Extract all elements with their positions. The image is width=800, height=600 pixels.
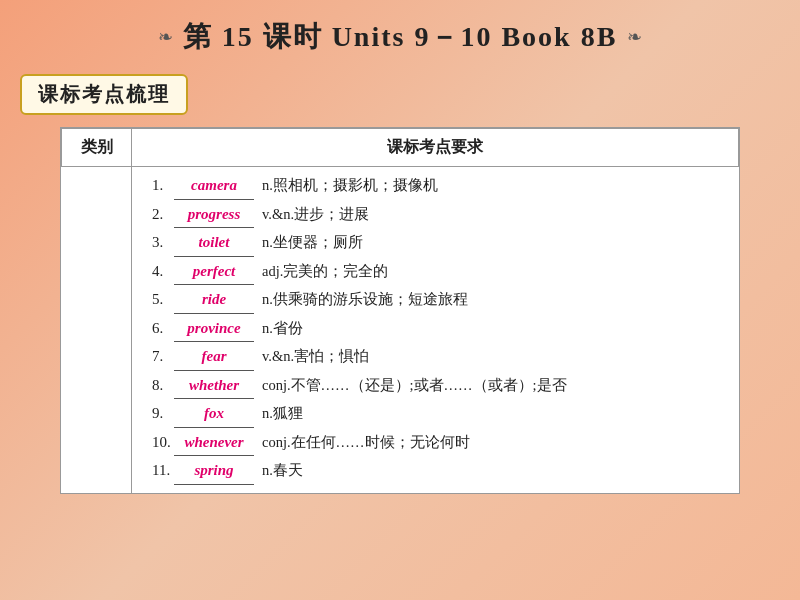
decoration-right: ❧ (627, 26, 642, 48)
table-row: 10.wheneverconj.在任何……时候；无论何时 (152, 430, 729, 457)
section-label: 课标考点梳理 (20, 74, 188, 115)
table-row: 9.foxn.狐狸 (152, 401, 729, 428)
word-definition: conj.在任何……时候；无论何时 (262, 430, 470, 455)
row-number: 7. (152, 344, 174, 370)
col-content-cell-1: 1.cameran.照相机；摄影机；摄像机2.progressv.&n.进步；进… (132, 167, 739, 493)
main-table-container: 类别 课标考点要求 1.cameran.照相机；摄影机；摄像机2.progres… (60, 127, 740, 494)
vocabulary-word: province (174, 316, 254, 343)
col-type-cell (62, 167, 132, 493)
table-row: 11.springn.春天 (152, 458, 729, 485)
col-header-type: 类别 (62, 129, 132, 167)
table-row: 1.cameran.照相机；摄影机；摄像机 (152, 173, 729, 200)
word-definition: adj.完美的；完全的 (262, 259, 388, 284)
row-number: 4. (152, 259, 174, 285)
page-title: 第 15 课时 Units 9－10 Book 8B (183, 18, 618, 56)
word-definition: v.&n.害怕；惧怕 (262, 344, 369, 369)
word-definition: n.坐便器；厕所 (262, 230, 363, 255)
vocabulary-word: ride (174, 287, 254, 314)
vocabulary-word: perfect (174, 259, 254, 286)
word-definition: n.省份 (262, 316, 303, 341)
section-label-wrap: 课标考点梳理 (0, 66, 800, 127)
row-number: 10. (152, 430, 174, 456)
vocabulary-word: fox (174, 401, 254, 428)
word-definition: n.供乘骑的游乐设施；短途旅程 (262, 287, 468, 312)
table-row: 6.provincen.省份 (152, 316, 729, 343)
row-number: 8. (152, 373, 174, 399)
table-row: 3.toiletn.坐便器；厕所 (152, 230, 729, 257)
row-number: 5. (152, 287, 174, 313)
vocabulary-word: toilet (174, 230, 254, 257)
word-definition: n.照相机；摄影机；摄像机 (262, 173, 438, 198)
vocabulary-word: progress (174, 202, 254, 229)
table-row: 8.whetherconj.不管……（还是）;或者……（或者）;是否 (152, 373, 729, 400)
vocabulary-table: 类别 课标考点要求 1.cameran.照相机；摄影机；摄像机2.progres… (61, 128, 739, 493)
row-number: 3. (152, 230, 174, 256)
table-row: 5.riden.供乘骑的游乐设施；短途旅程 (152, 287, 729, 314)
word-definition: n.春天 (262, 458, 303, 483)
row-number: 9. (152, 401, 174, 427)
decoration-left: ❧ (158, 26, 173, 48)
table-row: 2.progressv.&n.进步；进展 (152, 202, 729, 229)
vocabulary-word: camera (174, 173, 254, 200)
vocabulary-word: fear (174, 344, 254, 371)
page-header: ❧ 第 15 课时 Units 9－10 Book 8B ❧ (0, 0, 800, 66)
col-header-content: 课标考点要求 (132, 129, 739, 167)
table-row: 7.fearv.&n.害怕；惧怕 (152, 344, 729, 371)
row-number: 1. (152, 173, 174, 199)
row-number: 11. (152, 458, 174, 484)
vocabulary-word: whenever (174, 430, 254, 457)
vocabulary-word: spring (174, 458, 254, 485)
word-definition: n.狐狸 (262, 401, 303, 426)
row-number: 6. (152, 316, 174, 342)
word-definition: v.&n.进步；进展 (262, 202, 369, 227)
word-definition: conj.不管……（还是）;或者……（或者）;是否 (262, 373, 567, 398)
row-number: 2. (152, 202, 174, 228)
vocabulary-word: whether (174, 373, 254, 400)
table-row: 4.perfectadj.完美的；完全的 (152, 259, 729, 286)
